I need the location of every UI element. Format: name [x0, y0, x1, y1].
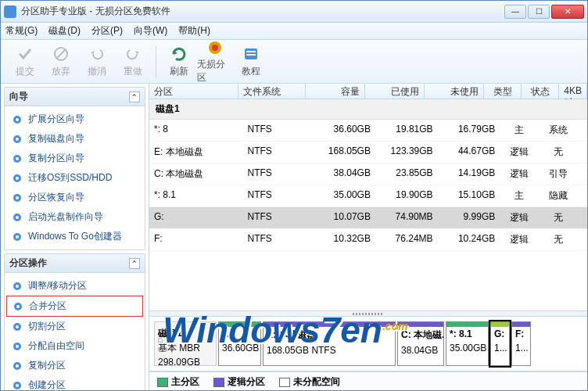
svg-point-29 [16, 364, 19, 368]
menu-wizard[interactable]: 向导(W) [134, 24, 167, 38]
wizard-item-label: 扩展分区向导 [28, 113, 84, 126]
collapse-icon[interactable]: ⌃ [129, 258, 140, 269]
collapse-icon[interactable]: ⌃ [129, 91, 140, 102]
toolbar: 提交 放弃 撤消 重做 刷新 无损分区 教程 [1, 40, 587, 84]
ops-item[interactable]: 复制分区 [6, 356, 143, 375]
wizard-icon [11, 231, 23, 243]
wizard-item-label: 启动光盘制作向导 [28, 210, 103, 224]
wizard-item-label: 复制磁盘向导 [28, 132, 84, 145]
ops-item-label: 分配自由空间 [28, 339, 84, 353]
discard-button[interactable]: 放弃 [43, 42, 79, 81]
close-button[interactable]: ✕ [551, 5, 584, 19]
book-icon [242, 45, 260, 63]
tutorial-button[interactable]: 教程 [233, 42, 269, 81]
svg-point-17 [16, 216, 19, 219]
redo-icon [124, 45, 142, 63]
submit-button[interactable]: 提交 [7, 42, 43, 81]
svg-point-7 [16, 118, 19, 121]
wizard-item[interactable]: 迁移OS到SSD/HDD [6, 168, 143, 188]
undo-button[interactable]: 撤消 [79, 42, 115, 81]
wizard-item[interactable]: 复制磁盘向导 [6, 129, 143, 149]
discard-icon [52, 45, 70, 63]
redo-button[interactable]: 重做 [115, 42, 151, 81]
col-capacity[interactable]: 容量 [306, 84, 365, 99]
legend-unalloc: 未分配空间 [279, 375, 340, 389]
ops-item-label: 切割分区 [28, 320, 66, 333]
wizard-panel-title: 向导 [9, 90, 28, 103]
partition-row[interactable]: G:NTFS10.07GB74.90MB9.99GB逻辑无 [149, 207, 587, 229]
col-type[interactable]: 类型 [484, 84, 522, 99]
menu-general[interactable]: 常规(G) [5, 24, 38, 38]
col-unused[interactable]: 未使用 [425, 84, 484, 99]
ops-item-label: 合并分区 [29, 300, 66, 313]
splitter[interactable] [149, 310, 587, 317]
wizard-item[interactable]: 启动光盘制作向导 [6, 207, 143, 227]
check-icon [16, 45, 34, 63]
partition-row[interactable]: *: 8NTFS36.60GB19.81GB16.79GB主系统 [149, 120, 587, 142]
col-4k[interactable]: 4KB对 [559, 84, 587, 99]
content-area: 分区 文件系统 容量 已使用 未使用 类型 状态 4KB对 磁盘1*: 8NTF… [149, 84, 587, 391]
wizard-item[interactable]: Windows To Go创建器 [6, 227, 143, 246]
ops-item-label: 调整/移动分区 [28, 279, 87, 292]
wizard-icon [11, 133, 23, 145]
wizard-icon [11, 211, 23, 224]
menu-partition[interactable]: 分区(P) [91, 24, 123, 38]
wizard-item[interactable]: 复制分区向导 [6, 149, 143, 168]
wizard-item-label: 复制分区向导 [28, 152, 84, 165]
map-segment[interactable]: *: 836.60GB [218, 321, 261, 366]
wizard-item[interactable]: 分区恢复向导 [6, 188, 143, 207]
wizard-item[interactable]: 扩展分区向导 [6, 109, 143, 129]
menu-help[interactable]: 帮助(H) [178, 24, 210, 38]
disk-map: 磁盘1基本 MBR298.09GB*: 836.60GBE: 本地磁盘168.0… [149, 317, 587, 371]
undo-icon [88, 45, 106, 63]
ops-icon [12, 300, 24, 313]
refresh-button[interactable]: 刷新 [161, 42, 197, 81]
map-segment[interactable]: G:1... [490, 321, 510, 366]
ops-item[interactable]: 合并分区 [6, 296, 143, 317]
legend-logical: 逻辑分区 [213, 375, 265, 389]
svg-point-15 [16, 196, 19, 199]
map-segment[interactable]: *: 8.135.00GB [446, 321, 489, 366]
legend: 主分区 逻辑分区 未分配空间 [149, 371, 587, 391]
ops-item[interactable]: 调整/移动分区 [6, 276, 143, 296]
ops-icon [11, 379, 23, 392]
maximize-button[interactable]: ☐ [528, 5, 550, 19]
sidebar: 向导⌃ 扩展分区向导复制磁盘向导复制分区向导迁移OS到SSD/HDD分区恢复向导… [1, 84, 149, 391]
svg-point-11 [16, 157, 19, 160]
ops-panel: 分区操作⌃ 调整/移动分区合并分区切割分区分配自由空间复制分区创建分区删除分区格… [4, 253, 145, 391]
lossless-button[interactable]: 无损分区 [197, 42, 233, 81]
map-segment[interactable]: F:1... [511, 321, 531, 366]
wizard-icon [11, 192, 23, 204]
wizard-icon [11, 172, 23, 185]
ops-item[interactable]: 创建分区 [6, 375, 143, 391]
col-status[interactable]: 状态 [522, 84, 559, 99]
svg-point-31 [16, 384, 19, 387]
svg-point-23 [16, 305, 20, 308]
ops-item-label: 创建分区 [28, 378, 66, 391]
wizard-item-label: Windows To Go创建器 [28, 230, 122, 243]
ops-icon [11, 360, 23, 372]
wizard-panel: 向导⌃ 扩展分区向导复制磁盘向导复制分区向导迁移OS到SSD/HDD分区恢复向导… [4, 87, 145, 250]
ops-item[interactable]: 切割分区 [6, 317, 143, 336]
disk-row[interactable]: 磁盘1 [149, 99, 587, 120]
menubar: 常规(G) 磁盘(D) 分区(P) 向导(W) 帮助(H) [1, 23, 587, 40]
svg-point-27 [16, 345, 19, 348]
partition-row[interactable]: E: 本地磁盘NTFS168.05GB123.39GB44.67GB逻辑无 [149, 142, 587, 163]
minimize-button[interactable]: — [504, 5, 526, 19]
map-segment[interactable]: E: 本地磁盘168.05GB NTFS [263, 321, 396, 366]
ops-item[interactable]: 分配自由空间 [6, 336, 143, 356]
app-icon [4, 5, 16, 18]
ops-panel-title: 分区操作 [9, 256, 47, 270]
map-segment[interactable]: C: 本地磁...38.04GB [397, 321, 444, 366]
refresh-icon [170, 45, 188, 63]
col-partition[interactable]: 分区 [149, 84, 238, 99]
partition-row[interactable]: C: 本地磁盘NTFS38.04GB23.85GB14.19GB逻辑引导 [149, 163, 587, 185]
partition-row[interactable]: F:NTFS10.32GB76.24MB10.24GB逻辑无 [149, 229, 587, 251]
col-used[interactable]: 已使用 [365, 84, 425, 99]
partition-row[interactable]: *: 8.1NTFS35.00GB19.90GB15.10GB主隐藏 [149, 185, 587, 207]
menu-disk[interactable]: 磁盘(D) [48, 24, 81, 38]
grid-body[interactable]: 磁盘1*: 8NTFS36.60GB19.81GB16.79GB主系统E: 本地… [149, 99, 587, 310]
col-fs[interactable]: 文件系统 [238, 84, 306, 99]
disk-info[interactable]: 磁盘1基本 MBR298.09GB [154, 321, 217, 366]
svg-rect-5 [246, 54, 256, 56]
